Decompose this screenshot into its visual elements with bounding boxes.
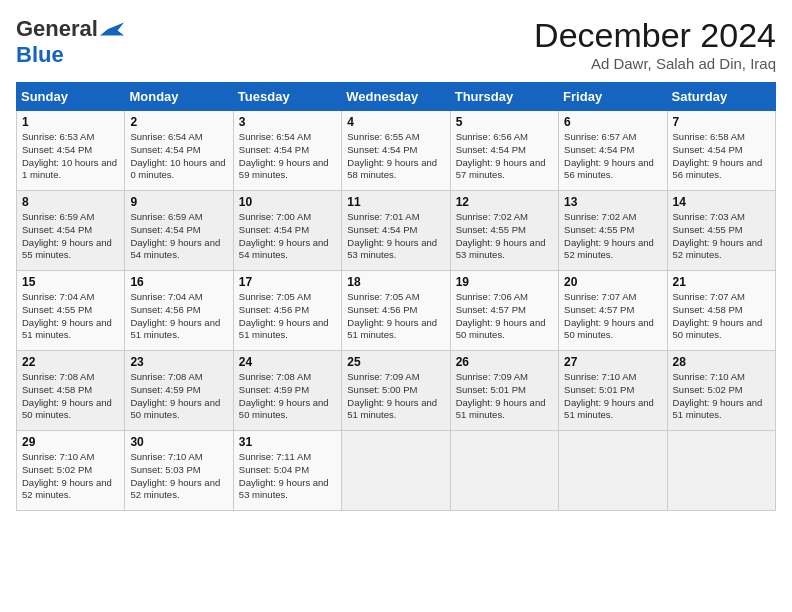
calendar-cell: 4Sunrise: 6:55 AM Sunset: 4:54 PM Daylig…	[342, 111, 450, 191]
calendar-cell: 8Sunrise: 6:59 AM Sunset: 4:54 PM Daylig…	[17, 191, 125, 271]
calendar-cell: 5Sunrise: 6:56 AM Sunset: 4:54 PM Daylig…	[450, 111, 558, 191]
cell-daylight-info: Sunrise: 6:53 AM Sunset: 4:54 PM Dayligh…	[22, 131, 119, 182]
cell-daylight-info: Sunrise: 7:08 AM Sunset: 4:59 PM Dayligh…	[130, 371, 227, 422]
cell-daylight-info: Sunrise: 7:00 AM Sunset: 4:54 PM Dayligh…	[239, 211, 336, 262]
day-number: 23	[130, 355, 227, 369]
header: General Blue December 2024 Ad Dawr, Sala…	[16, 16, 776, 72]
cell-daylight-info: Sunrise: 7:05 AM Sunset: 4:56 PM Dayligh…	[347, 291, 444, 342]
cell-daylight-info: Sunrise: 6:59 AM Sunset: 4:54 PM Dayligh…	[22, 211, 119, 262]
calendar-cell: 3Sunrise: 6:54 AM Sunset: 4:54 PM Daylig…	[233, 111, 341, 191]
cell-daylight-info: Sunrise: 6:58 AM Sunset: 4:54 PM Dayligh…	[673, 131, 770, 182]
day-number: 5	[456, 115, 553, 129]
location-subtitle: Ad Dawr, Salah ad Din, Iraq	[534, 55, 776, 72]
calendar-cell: 20Sunrise: 7:07 AM Sunset: 4:57 PM Dayli…	[559, 271, 667, 351]
day-number: 20	[564, 275, 661, 289]
day-number: 4	[347, 115, 444, 129]
cell-daylight-info: Sunrise: 7:02 AM Sunset: 4:55 PM Dayligh…	[564, 211, 661, 262]
cell-daylight-info: Sunrise: 6:56 AM Sunset: 4:54 PM Dayligh…	[456, 131, 553, 182]
week-row-3: 15Sunrise: 7:04 AM Sunset: 4:55 PM Dayli…	[17, 271, 776, 351]
day-number: 13	[564, 195, 661, 209]
day-number: 6	[564, 115, 661, 129]
calendar-cell	[559, 431, 667, 511]
calendar-cell: 23Sunrise: 7:08 AM Sunset: 4:59 PM Dayli…	[125, 351, 233, 431]
day-number: 21	[673, 275, 770, 289]
cell-daylight-info: Sunrise: 7:10 AM Sunset: 5:02 PM Dayligh…	[673, 371, 770, 422]
cell-daylight-info: Sunrise: 6:54 AM Sunset: 4:54 PM Dayligh…	[239, 131, 336, 182]
day-number: 7	[673, 115, 770, 129]
day-number: 1	[22, 115, 119, 129]
cell-daylight-info: Sunrise: 7:03 AM Sunset: 4:55 PM Dayligh…	[673, 211, 770, 262]
calendar-cell: 19Sunrise: 7:06 AM Sunset: 4:57 PM Dayli…	[450, 271, 558, 351]
title-area: December 2024 Ad Dawr, Salah ad Din, Ira…	[534, 16, 776, 72]
calendar-cell: 10Sunrise: 7:00 AM Sunset: 4:54 PM Dayli…	[233, 191, 341, 271]
logo-general: General	[16, 16, 98, 42]
cell-daylight-info: Sunrise: 7:09 AM Sunset: 5:01 PM Dayligh…	[456, 371, 553, 422]
cell-daylight-info: Sunrise: 7:05 AM Sunset: 4:56 PM Dayligh…	[239, 291, 336, 342]
day-number: 15	[22, 275, 119, 289]
cell-daylight-info: Sunrise: 7:02 AM Sunset: 4:55 PM Dayligh…	[456, 211, 553, 262]
logo-bird-icon	[100, 21, 124, 37]
calendar-cell: 11Sunrise: 7:01 AM Sunset: 4:54 PM Dayli…	[342, 191, 450, 271]
month-title: December 2024	[534, 16, 776, 55]
column-headers-row: SundayMondayTuesdayWednesdayThursdayFrid…	[17, 83, 776, 111]
day-number: 11	[347, 195, 444, 209]
calendar-table: SundayMondayTuesdayWednesdayThursdayFrid…	[16, 82, 776, 511]
col-header-tuesday: Tuesday	[233, 83, 341, 111]
calendar-cell: 16Sunrise: 7:04 AM Sunset: 4:56 PM Dayli…	[125, 271, 233, 351]
day-number: 18	[347, 275, 444, 289]
calendar-cell: 15Sunrise: 7:04 AM Sunset: 4:55 PM Dayli…	[17, 271, 125, 351]
calendar-cell: 22Sunrise: 7:08 AM Sunset: 4:58 PM Dayli…	[17, 351, 125, 431]
cell-daylight-info: Sunrise: 7:01 AM Sunset: 4:54 PM Dayligh…	[347, 211, 444, 262]
calendar-body: 1Sunrise: 6:53 AM Sunset: 4:54 PM Daylig…	[17, 111, 776, 511]
day-number: 14	[673, 195, 770, 209]
cell-daylight-info: Sunrise: 6:54 AM Sunset: 4:54 PM Dayligh…	[130, 131, 227, 182]
calendar-cell: 21Sunrise: 7:07 AM Sunset: 4:58 PM Dayli…	[667, 271, 775, 351]
logo: General Blue	[16, 16, 124, 68]
day-number: 19	[456, 275, 553, 289]
day-number: 22	[22, 355, 119, 369]
calendar-cell: 9Sunrise: 6:59 AM Sunset: 4:54 PM Daylig…	[125, 191, 233, 271]
calendar-cell: 30Sunrise: 7:10 AM Sunset: 5:03 PM Dayli…	[125, 431, 233, 511]
day-number: 31	[239, 435, 336, 449]
cell-daylight-info: Sunrise: 7:07 AM Sunset: 4:57 PM Dayligh…	[564, 291, 661, 342]
week-row-2: 8Sunrise: 6:59 AM Sunset: 4:54 PM Daylig…	[17, 191, 776, 271]
calendar-cell: 1Sunrise: 6:53 AM Sunset: 4:54 PM Daylig…	[17, 111, 125, 191]
calendar-cell: 31Sunrise: 7:11 AM Sunset: 5:04 PM Dayli…	[233, 431, 341, 511]
day-number: 9	[130, 195, 227, 209]
day-number: 30	[130, 435, 227, 449]
calendar-cell: 12Sunrise: 7:02 AM Sunset: 4:55 PM Dayli…	[450, 191, 558, 271]
cell-daylight-info: Sunrise: 7:08 AM Sunset: 4:58 PM Dayligh…	[22, 371, 119, 422]
cell-daylight-info: Sunrise: 7:06 AM Sunset: 4:57 PM Dayligh…	[456, 291, 553, 342]
cell-daylight-info: Sunrise: 6:55 AM Sunset: 4:54 PM Dayligh…	[347, 131, 444, 182]
day-number: 10	[239, 195, 336, 209]
col-header-thursday: Thursday	[450, 83, 558, 111]
calendar-cell: 13Sunrise: 7:02 AM Sunset: 4:55 PM Dayli…	[559, 191, 667, 271]
cell-daylight-info: Sunrise: 7:09 AM Sunset: 5:00 PM Dayligh…	[347, 371, 444, 422]
calendar-cell: 18Sunrise: 7:05 AM Sunset: 4:56 PM Dayli…	[342, 271, 450, 351]
calendar-cell: 29Sunrise: 7:10 AM Sunset: 5:02 PM Dayli…	[17, 431, 125, 511]
cell-daylight-info: Sunrise: 7:11 AM Sunset: 5:04 PM Dayligh…	[239, 451, 336, 502]
svg-marker-0	[100, 23, 124, 36]
calendar-cell: 25Sunrise: 7:09 AM Sunset: 5:00 PM Dayli…	[342, 351, 450, 431]
calendar-cell: 27Sunrise: 7:10 AM Sunset: 5:01 PM Dayli…	[559, 351, 667, 431]
cell-daylight-info: Sunrise: 6:57 AM Sunset: 4:54 PM Dayligh…	[564, 131, 661, 182]
cell-daylight-info: Sunrise: 7:04 AM Sunset: 4:55 PM Dayligh…	[22, 291, 119, 342]
calendar-cell	[342, 431, 450, 511]
calendar-cell: 17Sunrise: 7:05 AM Sunset: 4:56 PM Dayli…	[233, 271, 341, 351]
col-header-sunday: Sunday	[17, 83, 125, 111]
day-number: 16	[130, 275, 227, 289]
day-number: 29	[22, 435, 119, 449]
col-header-wednesday: Wednesday	[342, 83, 450, 111]
week-row-5: 29Sunrise: 7:10 AM Sunset: 5:02 PM Dayli…	[17, 431, 776, 511]
cell-daylight-info: Sunrise: 7:10 AM Sunset: 5:02 PM Dayligh…	[22, 451, 119, 502]
cell-daylight-info: Sunrise: 6:59 AM Sunset: 4:54 PM Dayligh…	[130, 211, 227, 262]
calendar-cell: 2Sunrise: 6:54 AM Sunset: 4:54 PM Daylig…	[125, 111, 233, 191]
cell-daylight-info: Sunrise: 7:08 AM Sunset: 4:59 PM Dayligh…	[239, 371, 336, 422]
cell-daylight-info: Sunrise: 7:07 AM Sunset: 4:58 PM Dayligh…	[673, 291, 770, 342]
day-number: 28	[673, 355, 770, 369]
calendar-cell	[450, 431, 558, 511]
cell-daylight-info: Sunrise: 7:10 AM Sunset: 5:01 PM Dayligh…	[564, 371, 661, 422]
calendar-cell: 26Sunrise: 7:09 AM Sunset: 5:01 PM Dayli…	[450, 351, 558, 431]
day-number: 3	[239, 115, 336, 129]
day-number: 24	[239, 355, 336, 369]
